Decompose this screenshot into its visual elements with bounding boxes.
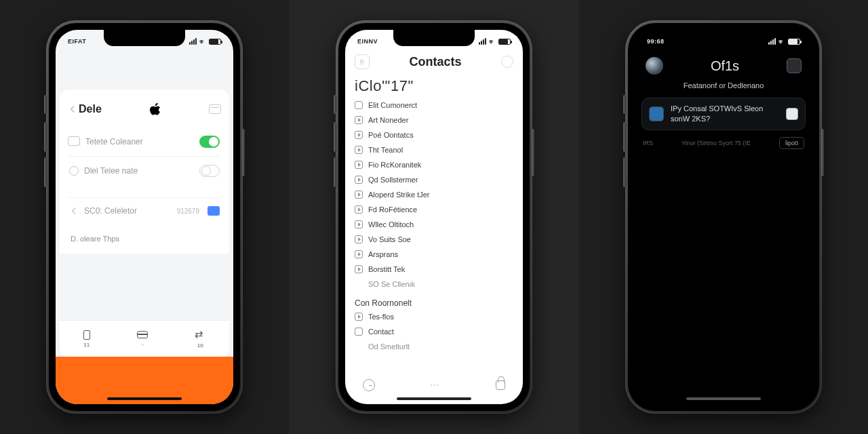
play-box-icon	[355, 313, 363, 321]
header-left-button[interactable]: ⎘	[355, 54, 370, 69]
list-item[interactable]: Tes-flos	[355, 309, 516, 324]
transfer-icon: ⇄	[195, 330, 205, 340]
lock-icon[interactable]	[496, 380, 505, 390]
header-right-button[interactable]	[787, 58, 802, 73]
list-item[interactable]: Od Smelturlt	[355, 339, 516, 354]
back-button[interactable]: Dele	[68, 103, 102, 115]
settings-footnote: D. oleare Thps	[68, 224, 221, 254]
account-hero: iClo'"17"	[345, 73, 523, 96]
card-icon	[137, 331, 148, 338]
trash-icon	[83, 330, 90, 340]
setting-row-2-detail: 912679	[177, 208, 199, 215]
signal-icon	[768, 38, 776, 45]
notch	[683, 30, 764, 46]
meta-text: Yinor (Sirtmo Syort 75 (IE	[653, 140, 779, 146]
stack-icon	[69, 138, 80, 146]
play-box-icon	[355, 176, 363, 184]
play-box-icon	[355, 220, 363, 229]
checkbox-icon[interactable]	[786, 108, 798, 120]
home-indicator[interactable]	[397, 397, 471, 400]
chevron-left-icon	[69, 206, 79, 216]
toggle-on[interactable]	[199, 136, 220, 148]
card-line2: sonW 2KS?	[671, 115, 710, 123]
list-item[interactable]: Arsprans	[355, 247, 516, 262]
window-icon[interactable]	[209, 104, 221, 114]
spacer-icon	[355, 342, 363, 351]
play-box-icon	[355, 265, 363, 273]
card-line1: IPy Consal SOTWIvS Sleon	[671, 104, 763, 113]
tab-2[interactable]: ⇄ 10	[195, 330, 205, 349]
play-box-icon	[355, 116, 363, 124]
wifi-icon: ᯤ	[489, 38, 496, 45]
list-item[interactable]: Contact	[355, 324, 516, 339]
meta-tag: IRS	[643, 140, 653, 146]
section-header: Con Roornonelt	[355, 292, 516, 309]
setting-row-2[interactable]: SC0: Celeletor 912679	[68, 197, 221, 224]
battery-icon	[498, 39, 511, 45]
play-box-icon	[355, 146, 363, 154]
wifi-icon: ᯤ	[778, 38, 785, 45]
tab-bar: 11 .. ⇄ 10	[60, 320, 229, 357]
toggle-off[interactable]	[199, 165, 220, 177]
notch	[104, 30, 185, 46]
play-box-icon	[355, 250, 363, 258]
list-item[interactable]: Qd Sollstermer	[355, 172, 516, 187]
setting-row-0-label: Tetete Coleaner	[85, 137, 143, 146]
card-thumb-icon	[649, 106, 664, 121]
phone-mock-b: EINNV ᯤ ⎘ Contacts iClo'"17" Elit Cumone…	[336, 20, 532, 414]
setting-row-0[interactable]: Tetete Coleaner	[68, 127, 221, 156]
contacts-list: Elit Cumonerct Art Noneder Poé Oontatcs …	[345, 96, 523, 354]
list-item[interactable]: SO Se Cllenık	[355, 277, 516, 292]
list-item[interactable]: Vo Suits Soe	[355, 232, 516, 247]
clock-icon[interactable]	[363, 379, 375, 391]
signal-icon	[479, 38, 486, 45]
tab-0[interactable]: 11	[83, 330, 90, 348]
list-item[interactable]: Poé Oontatcs	[355, 127, 516, 142]
status-carrier: EIFAT	[68, 38, 86, 45]
battery-icon	[788, 39, 800, 45]
more-icon[interactable]: ⋯	[430, 380, 441, 391]
setting-row-1[interactable]: Dlel Telee nate	[68, 156, 221, 185]
phone-mock-c: 99:68 ᯤ Of1s Featanonf or Dedlenano	[625, 20, 822, 414]
play-box-icon	[355, 131, 363, 139]
notch	[393, 30, 475, 46]
chip-icon	[208, 206, 220, 216]
page-title: Contacts	[409, 55, 461, 69]
subtitle: Featanonf or Dedlenano	[635, 80, 812, 95]
spacer-icon	[355, 280, 363, 288]
list-item[interactable]: Fio RcKoranitek	[355, 157, 516, 172]
list-item[interactable]: Aloperd Strike tJer	[355, 187, 516, 202]
status-carrier: EINNV	[357, 38, 378, 45]
list-item[interactable]: Fd RoFétience	[355, 202, 516, 217]
list-item[interactable]: Art Noneder	[355, 113, 516, 127]
list-item[interactable]: Tht Teanol	[355, 142, 516, 157]
home-indicator[interactable]	[107, 397, 182, 400]
play-box-icon	[355, 161, 363, 169]
signal-icon	[189, 38, 197, 45]
meta-row: IRS Yinor (Sirtmo Syort 75 (IE lipo0	[642, 134, 806, 152]
settings-card: Dele Tetete Coleaner Dlel Telee nate	[60, 90, 229, 254]
list-item[interactable]: Wllec Oltitoch	[355, 217, 516, 232]
list-item[interactable]: Elit Cumonerct	[355, 98, 516, 113]
play-box-icon	[355, 235, 363, 243]
avatar[interactable]	[646, 57, 663, 75]
apple-logo-icon	[149, 102, 161, 116]
primary-card[interactable]: IPy Consal SOTWIvS Sleon sonW 2KS?	[642, 98, 806, 130]
chevron-left-icon	[68, 104, 77, 114]
play-box-icon	[355, 191, 363, 199]
play-box-icon	[355, 205, 363, 214]
box-icon	[355, 328, 363, 336]
status-time: 99:68	[647, 38, 665, 45]
wifi-icon: ᯤ	[199, 38, 206, 45]
back-label: Dele	[79, 103, 102, 115]
header-right-button[interactable]	[501, 56, 513, 68]
tab-1[interactable]: ..	[137, 331, 148, 347]
page-title: Of1s	[711, 58, 739, 74]
meta-pill[interactable]: lipo0	[779, 137, 804, 149]
list-item[interactable]: Borstitt Tek	[355, 262, 516, 277]
phone-mock-a: EIFAT ᯤ Dele	[46, 20, 243, 414]
battery-icon	[209, 39, 221, 45]
box-icon	[355, 101, 363, 109]
ring-icon	[69, 166, 79, 176]
home-indicator[interactable]	[686, 397, 761, 400]
